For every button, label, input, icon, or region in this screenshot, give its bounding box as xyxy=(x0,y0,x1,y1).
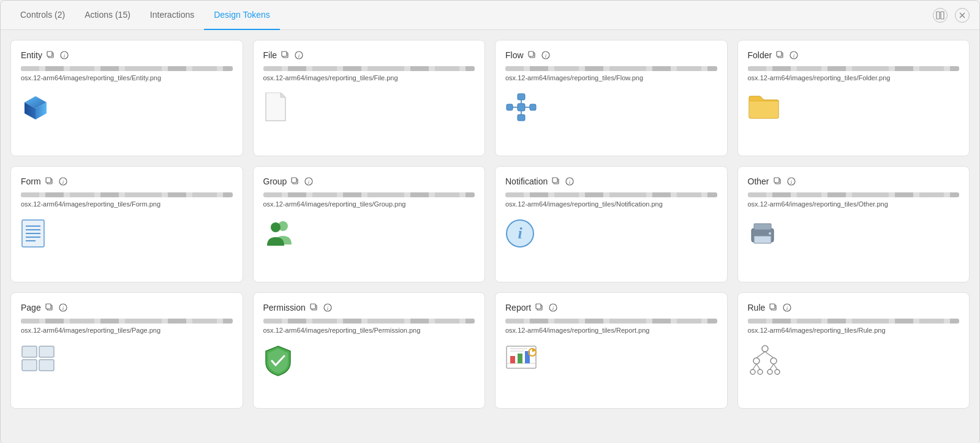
form-icon xyxy=(21,219,45,248)
card-other-header: Other i xyxy=(748,176,960,186)
svg-rect-82 xyxy=(510,356,515,363)
info-icon-rule[interactable]: i xyxy=(782,303,792,312)
svg-text:i: i xyxy=(545,53,546,59)
card-permission-blurred xyxy=(263,319,475,324)
card-file-header: File i xyxy=(263,50,475,60)
svg-rect-12 xyxy=(282,51,287,56)
split-view-button[interactable] xyxy=(933,8,948,23)
svg-rect-25 xyxy=(530,104,536,110)
card-flow-icon-area xyxy=(505,90,717,122)
card-other-title: Other xyxy=(748,176,769,186)
group-icon xyxy=(263,219,295,246)
copy-icon-notification[interactable] xyxy=(551,176,561,186)
info-icon-permission[interactable]: i xyxy=(323,303,333,312)
svg-text:i: i xyxy=(62,305,64,311)
card-rule-blurred xyxy=(748,319,960,324)
card-flow: Flow i osx.12-arm64/images/reporting_til… xyxy=(495,40,728,156)
cards-grid: Entity i osx.12-arm64/images/reporting_t… xyxy=(10,40,970,409)
card-folder-blurred xyxy=(748,66,960,71)
toolbar-right xyxy=(933,8,970,23)
info-icon-flow[interactable]: i xyxy=(541,50,551,60)
tab-actions[interactable]: Actions (15) xyxy=(75,1,140,30)
card-report: Report i osx.12-arm64/images/reporting_t… xyxy=(495,292,728,409)
copy-icon-folder[interactable] xyxy=(775,50,785,60)
card-file-blurred xyxy=(263,66,475,71)
svg-line-100 xyxy=(765,352,774,358)
card-page-blurred xyxy=(21,319,233,324)
svg-line-103 xyxy=(770,364,774,369)
svg-point-94 xyxy=(771,358,777,364)
svg-text:i: i xyxy=(298,53,300,59)
svg-text:i: i xyxy=(793,53,795,59)
svg-marker-16 xyxy=(281,93,285,97)
card-flow-path: osx.12-arm64/images/reporting_tiles/Flow… xyxy=(505,74,717,83)
card-file-icon-area xyxy=(263,90,475,122)
svg-rect-57 xyxy=(774,178,779,183)
info-icon-folder[interactable]: i xyxy=(789,50,799,60)
svg-rect-45 xyxy=(292,178,296,183)
folder-icon xyxy=(748,93,780,119)
close-icon xyxy=(959,12,965,18)
card-form: Form i osx.12-arm64/images/reporting_til… xyxy=(10,166,243,282)
svg-point-63 xyxy=(769,232,771,235)
info-icon-page[interactable]: i xyxy=(58,303,68,312)
svg-rect-21 xyxy=(518,104,525,111)
card-notification: Notification i osx.12-arm64/images/repor… xyxy=(495,166,728,282)
tab-design-tokens[interactable]: Design Tokens xyxy=(204,1,280,30)
info-icon-group[interactable]: i xyxy=(304,176,314,186)
copy-icon-file[interactable] xyxy=(281,50,290,60)
svg-rect-77 xyxy=(536,304,541,309)
copy-icon-entity[interactable] xyxy=(46,50,56,60)
copy-icon-flow[interactable] xyxy=(527,50,537,60)
card-flow-blurred xyxy=(505,66,717,71)
card-folder: Folder i osx.12-arm64/images/reporting_t… xyxy=(737,40,970,156)
card-notification-icon-area: i xyxy=(505,216,717,248)
other-icon xyxy=(748,219,777,248)
info-icon-notification[interactable]: i xyxy=(565,176,575,186)
svg-text:i: i xyxy=(64,53,66,59)
info-icon-other[interactable]: i xyxy=(786,176,796,186)
copy-icon-permission[interactable] xyxy=(309,303,319,312)
copy-icon-page[interactable] xyxy=(45,303,55,312)
svg-rect-62 xyxy=(754,236,771,243)
card-group-header: Group i xyxy=(263,176,475,186)
info-icon-entity[interactable]: i xyxy=(59,50,69,60)
card-other: Other i osx.12-arm64/images/reporting_ti… xyxy=(737,166,970,282)
card-notification-path: osx.12-arm64/images/reporting_tiles/Noti… xyxy=(505,200,717,209)
card-entity-icon-area xyxy=(21,90,233,122)
page-icon xyxy=(21,345,58,372)
copy-icon-form[interactable] xyxy=(45,176,55,186)
tab-interactions[interactable]: Interactions xyxy=(140,1,204,30)
svg-rect-68 xyxy=(22,346,37,357)
svg-rect-65 xyxy=(46,304,51,309)
info-icon-form[interactable]: i xyxy=(58,176,68,186)
svg-rect-51 xyxy=(552,178,557,183)
copy-icon-report[interactable] xyxy=(535,303,545,312)
flow-icon xyxy=(505,93,537,122)
close-button[interactable] xyxy=(955,8,970,23)
card-folder-header: Folder i xyxy=(748,50,960,60)
card-page-icon-area xyxy=(21,343,233,372)
svg-rect-24 xyxy=(507,104,513,110)
svg-point-93 xyxy=(753,358,760,364)
card-permission-header: Permission i xyxy=(263,303,475,312)
card-entity-header: Entity i xyxy=(21,50,233,60)
copy-icon-rule[interactable] xyxy=(769,303,778,312)
svg-point-95 xyxy=(750,369,755,374)
card-group-path: osx.12-arm64/images/reporting_tiles/Grou… xyxy=(263,200,475,209)
card-notification-header: Notification i xyxy=(505,176,717,186)
svg-rect-71 xyxy=(39,360,54,371)
notification-icon: i xyxy=(505,219,535,248)
info-icon-file[interactable]: i xyxy=(294,50,304,60)
card-form-blurred xyxy=(21,192,233,197)
copy-icon-other[interactable] xyxy=(773,176,783,186)
card-report-blurred xyxy=(505,319,717,324)
card-report-icon-area xyxy=(505,343,717,372)
copy-icon-group[interactable] xyxy=(290,176,300,186)
svg-rect-0 xyxy=(937,12,940,19)
tab-controls[interactable]: Controls (2) xyxy=(10,1,75,30)
svg-rect-83 xyxy=(518,354,522,363)
card-page-header: Page i xyxy=(21,303,233,312)
info-icon-report[interactable]: i xyxy=(548,303,558,312)
card-rule-header: Rule i xyxy=(748,303,960,312)
